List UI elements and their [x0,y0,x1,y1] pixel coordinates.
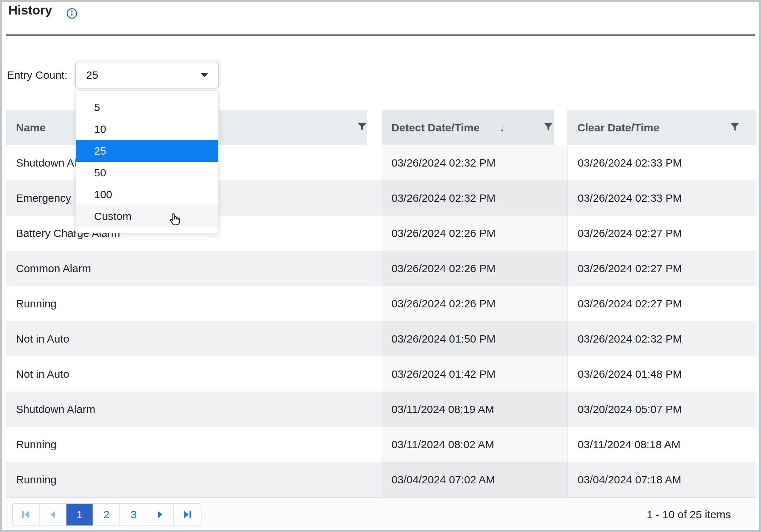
page-number-button[interactable]: 3 [120,504,147,525]
cell-detect-date: 03/04/2024 07:02 AM [382,462,568,497]
dropdown-option[interactable]: 100 [76,184,218,205]
entry-count-options: 5 10 25 50 100 Custom [76,97,218,227]
header-label-clear: Clear Date/Time [577,110,659,145]
cell-detect-date: 03/26/2024 02:26 PM [382,216,568,251]
cell-clear-date: 03/04/2024 07:18 AM [568,462,756,497]
filter-icon[interactable] [357,122,367,132]
cell-name: Running [6,427,382,462]
column-divider [382,110,382,497]
cell-detect-date: 03/26/2024 02:32 PM [382,145,568,180]
header-label-name: Name [16,110,46,145]
cell-clear-date: 03/26/2024 02:27 PM [568,286,756,321]
info-icon[interactable] [66,8,78,19]
dropdown-option[interactable]: 5 [76,97,218,118]
table-row[interactable]: Common Alarm 03/26/2024 02:26 PM 03/26/2… [6,251,756,286]
cell-name: Not in Auto [6,356,382,392]
pager-prev-button[interactable] [40,504,66,525]
caret-down-icon [201,73,208,77]
dropdown-option-label: 100 [94,188,112,201]
dropdown-option-label: 50 [94,167,106,179]
dropdown-option[interactable]: 25 [76,140,218,162]
dropdown-option-label: 5 [94,101,100,114]
cell-detect-date: 03/26/2024 02:26 PM [382,251,568,286]
cell-name: Shutdown Alarm [6,392,382,427]
cell-clear-date: 03/26/2024 02:27 PM [568,251,756,286]
dropdown-option-label: Custom [94,210,131,222]
cell-clear-date: 03/26/2024 02:33 PM [568,145,756,180]
pager-buttons: 1 2 3 [12,503,202,526]
header-label-detect: Detect Date/Time [391,110,480,145]
page-number-button[interactable]: 2 [93,504,120,525]
pager-next-button[interactable] [147,504,174,525]
dropdown-option[interactable]: 10 [76,118,218,140]
cell-name: Running [6,286,382,321]
cell-name: Not in Auto [6,321,382,356]
pager-summary: 1 - 10 of 25 items [647,498,731,531]
pager: 1 2 3 1 - 10 of 25 items [6,497,756,530]
cell-clear-date: 03/26/2024 02:27 PM [568,216,756,251]
table-row[interactable]: Running 03/26/2024 02:26 PM 03/26/2024 0… [6,286,756,321]
cell-clear-date: 03/11/2024 08:18 AM [568,427,756,462]
title-divider [6,34,755,36]
dropdown-option[interactable]: 50 [76,162,218,184]
page-number-label: 1 [77,508,83,521]
cell-detect-date: 03/26/2024 02:26 PM [382,286,568,321]
table-row[interactable]: Shutdown Alarm 03/11/2024 08:19 AM 03/20… [6,392,756,427]
entry-count-label: Entry Count: [7,69,68,81]
cell-clear-date: 03/20/2024 05:07 PM [568,392,756,427]
table-row[interactable]: Running 03/04/2024 07:02 AM 03/04/2024 0… [6,462,756,497]
table-row[interactable]: Not in Auto 03/26/2024 01:50 PM 03/26/20… [6,321,756,356]
cell-detect-date: 03/26/2024 01:50 PM [382,321,568,356]
page-number-button[interactable]: 1 [66,504,93,525]
dropdown-option-label: 10 [94,123,106,135]
cell-detect-date: 03/26/2024 02:32 PM [382,180,568,216]
cell-detect-date: 03/11/2024 08:02 AM [382,427,568,462]
pager-last-button[interactable] [174,504,201,525]
sort-desc-icon: ↓ [499,110,505,145]
column-divider [567,110,568,497]
cell-clear-date: 03/26/2024 02:33 PM [568,180,756,216]
cell-detect-date: 03/11/2024 08:19 AM [382,392,568,427]
entry-count-value: 25 [86,69,98,81]
table-row[interactable]: Not in Auto 03/26/2024 01:42 PM 03/26/20… [6,356,756,392]
cursor-hand [167,212,183,230]
cell-detect-date: 03/26/2024 01:42 PM [382,356,568,392]
entry-count-select[interactable]: 25 [75,62,219,89]
dropdown-option[interactable]: Custom [76,205,218,227]
table-row[interactable]: Running 03/11/2024 08:02 AM 03/11/2024 0… [6,427,756,462]
cell-clear-date: 03/26/2024 01:48 PM [568,356,756,392]
history-page: History Entry Count: 25 5 10 25 50 100 C… [0,0,761,532]
cell-name: Common Alarm [6,251,382,286]
filter-icon[interactable] [730,122,740,132]
entry-count-dropdown: 5 10 25 50 100 Custom [76,90,219,233]
cell-name: Running [6,462,382,497]
cell-clear-date: 03/26/2024 02:32 PM [568,321,756,356]
page-number-label: 3 [131,508,137,521]
page-number-label: 2 [103,508,110,521]
pager-first-button[interactable] [13,504,40,525]
filter-icon[interactable] [544,122,553,132]
page-title: History [8,3,52,17]
dropdown-option-label: 25 [94,145,106,157]
